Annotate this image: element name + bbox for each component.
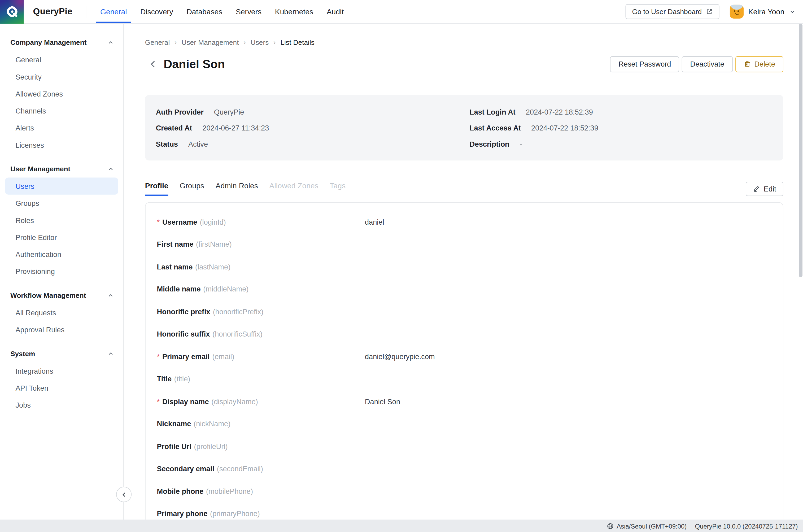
field-key: (loginId) (200, 218, 226, 226)
field-label-cell: Mobile phone(mobilePhone) (157, 487, 365, 495)
field-label: Profile Url (157, 442, 191, 450)
field-value: Daniel Son (365, 397, 783, 405)
field-label-cell: *Username(loginId) (157, 218, 365, 226)
sidebar-section-header-system[interactable]: System (0, 349, 123, 358)
nav-divider (87, 6, 87, 17)
nav-tab-general[interactable]: General (94, 0, 134, 23)
nav-tab-audit[interactable]: Audit (320, 0, 350, 23)
sidebar-section-title: Company Management (10, 38, 87, 46)
profile-field-row-first-name: First name(firstName) (146, 233, 783, 256)
edit-button[interactable]: Edit (746, 182, 783, 196)
chevron-down-icon (789, 8, 796, 15)
sidebar-collapse-button[interactable] (116, 487, 132, 502)
sidebar-section-header-user-management[interactable]: User Management (0, 164, 123, 173)
back-button[interactable] (148, 58, 157, 70)
field-key: (secondEmail) (217, 464, 263, 473)
sidebar-item-api-token[interactable]: API Token (5, 379, 118, 396)
nav-tab-discovery[interactable]: Discovery (134, 0, 180, 23)
tab-allowed-zones: Allowed Zones (269, 182, 319, 196)
sidebar-section-user-management: User ManagementUsersGroupsRolesProfile E… (0, 164, 123, 280)
sidebar-section-workflow-management: Workflow ManagementAll RequestsApproval … (0, 291, 123, 338)
sidebar-item-integrations[interactable]: Integrations (5, 362, 118, 379)
sidebar-item-profile-editor[interactable]: Profile Editor (5, 229, 118, 246)
field-key: (displayName) (211, 397, 258, 405)
breadcrumb-item-list-details[interactable]: List Details (280, 38, 314, 46)
tab-groups[interactable]: Groups (179, 182, 204, 196)
sidebar-item-groups[interactable]: Groups (5, 195, 118, 212)
sidebar-item-alerts[interactable]: Alerts (5, 119, 118, 136)
trash-icon (743, 60, 750, 68)
detail-tabbar: ProfileGroupsAdmin RolesAllowed ZonesTag… (145, 182, 783, 196)
go-to-user-dashboard-button[interactable]: Go to User Dashboard (625, 4, 719, 19)
sidebar-item-approval-rules[interactable]: Approval Rules (5, 321, 118, 338)
sidebar-item-allowed-zones[interactable]: Allowed Zones (5, 85, 118, 102)
profile-field-row-primary-email: *Primary email(email)daniel@querypie.com (146, 345, 783, 368)
field-key: (honorificSuffix) (212, 330, 263, 338)
field-key: (title) (174, 375, 190, 383)
profile-field-row-profile-url: Profile Url(profileUrl) (146, 435, 783, 457)
nav-tabs: GeneralDiscoveryDatabasesServersKubernet… (94, 0, 350, 23)
breadcrumb-item-general[interactable]: General (145, 38, 170, 46)
sidebar-section-header-company-management[interactable]: Company Management (0, 38, 123, 47)
profile-card: *Username(loginId)danielFirst name(first… (145, 202, 783, 520)
breadcrumb-item-user-management[interactable]: User Management (181, 38, 239, 46)
nav-tab-databases[interactable]: Databases (180, 0, 229, 23)
deactivate-button[interactable]: Deactivate (682, 56, 732, 72)
field-label-cell: Honorific prefix(honorificPrefix) (157, 307, 365, 316)
field-label: Middle name (157, 285, 201, 293)
sidebar-item-all-requests[interactable]: All Requests (5, 304, 118, 321)
breadcrumb-item-users[interactable]: Users (251, 38, 269, 46)
vertical-scrollbar-thumb[interactable] (799, 24, 802, 277)
breadcrumb-separator: › (174, 39, 177, 46)
user-avatar (729, 5, 744, 19)
top-navbar: QueryPie GeneralDiscoveryDatabasesServer… (0, 0, 803, 24)
summary-row-last-access-at: Last Access At2024-07-22 18:52:39 (470, 120, 772, 135)
go-to-user-dashboard-label: Go to User Dashboard (632, 8, 702, 15)
sidebar-item-jobs[interactable]: Jobs (5, 397, 118, 414)
sidebar-item-users[interactable]: Users (5, 177, 118, 194)
tab-admin-roles[interactable]: Admin Roles (216, 182, 258, 196)
summary-label: Created At (156, 124, 192, 132)
field-label-cell: Middle name(middleName) (157, 285, 365, 293)
summary-value: 2024-07-22 18:52:39 (526, 108, 593, 116)
user-menu[interactable]: Keira Yoon (729, 5, 796, 19)
sidebar-item-provisioning[interactable]: Provisioning (5, 263, 118, 280)
summary-panel: Auth ProviderQueryPieCreated At2024-06-2… (145, 95, 783, 160)
sidebar: Company ManagementGeneralSecurityAllowed… (0, 24, 124, 520)
field-label: Nickname (157, 420, 191, 428)
sidebar-item-channels[interactable]: Channels (5, 102, 118, 119)
delete-button[interactable]: Delete (735, 56, 783, 72)
field-value: daniel@querypie.com (365, 353, 783, 361)
field-label-cell: Nickname(nickName) (157, 420, 365, 428)
field-key: (primaryPhone) (210, 510, 260, 518)
breadcrumb-separator: › (244, 39, 246, 46)
sidebar-item-authentication[interactable]: Authentication (5, 246, 118, 263)
sidebar-item-security[interactable]: Security (5, 68, 118, 85)
sidebar-item-licenses[interactable]: Licenses (5, 136, 118, 153)
field-label: Honorific prefix (157, 307, 210, 316)
edit-label: Edit (764, 185, 776, 193)
title-row: Daniel Son Reset Password Deactivate Del (145, 55, 783, 73)
summary-label: Auth Provider (156, 108, 204, 116)
field-label: Title (157, 375, 172, 383)
required-asterisk: * (157, 218, 160, 226)
reset-password-button[interactable]: Reset Password (610, 56, 680, 72)
detail-tabs: ProfileGroupsAdmin RolesAllowed ZonesTag… (145, 182, 346, 196)
chevron-up-icon (108, 39, 114, 45)
field-label-cell: Last name(lastName) (157, 263, 365, 271)
sidebar-item-roles[interactable]: Roles (5, 212, 118, 229)
timezone-selector[interactable]: Asia/Seoul (GMT+09:00) (607, 522, 687, 530)
querypie-logo[interactable] (0, 0, 24, 24)
field-label-cell: Primary phone(primaryPhone) (157, 510, 365, 518)
summary-row-status: StatusActive (156, 136, 470, 152)
profile-field-row-nickname: Nickname(nickName) (146, 413, 783, 435)
sidebar-section-header-workflow-management[interactable]: Workflow Management (0, 291, 123, 300)
nav-tab-servers[interactable]: Servers (229, 0, 268, 23)
user-name: Keira Yoon (748, 7, 784, 16)
field-label-cell: *Display name(displayName) (157, 397, 365, 405)
summary-col-right: Last Login At2024-07-22 18:52:39Last Acc… (470, 104, 772, 152)
sidebar-item-general[interactable]: General (5, 51, 118, 68)
field-label: Mobile phone (157, 487, 204, 495)
tab-profile[interactable]: Profile (145, 182, 168, 196)
nav-tab-kubernetes[interactable]: Kubernetes (268, 0, 320, 23)
